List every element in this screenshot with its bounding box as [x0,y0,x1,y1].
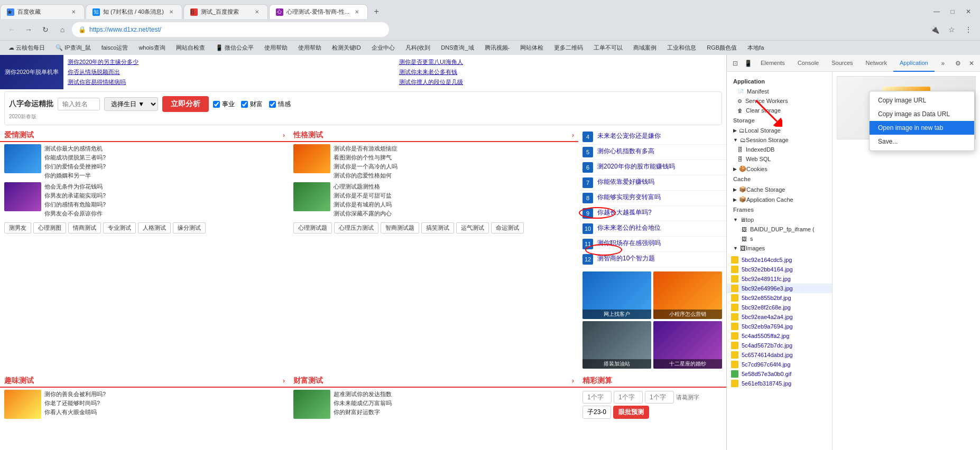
devtools-cursor-btn[interactable]: ⊡ [729,57,742,70]
interesting-link-3[interactable]: 你看人有火眼金睛吗 [44,408,285,417]
fortune-input-1[interactable] [583,391,612,404]
num-text-5[interactable]: 测你心机指数有多高 [597,147,654,156]
test-link-5[interactable]: 测试你未来老公多有钱 [399,67,722,77]
sidebar-frames-top[interactable]: ▼ 🖥 top [727,215,832,224]
test-link-1[interactable]: 测你2020年的另主缘分多少 [68,57,391,67]
devtools-tab-network[interactable]: Network [859,55,893,72]
sidebar-indexeddb[interactable]: 🗄 IndexedDB [727,145,832,154]
personality-link-7[interactable]: 测试你是有城府的人吗 [334,200,574,209]
fortune-input-2[interactable] [614,391,643,404]
sidebar-app-cache[interactable]: ▶ 📦 Application Cache [727,194,832,204]
minimize-button[interactable]: — [929,4,944,19]
num-text-11[interactable]: 测你职场存在感强弱吗 [597,239,661,248]
test-link-3[interactable]: 测试你容易得情绪病吗 [68,77,391,87]
link-boyfriend[interactable]: 测男友 [4,222,31,233]
bookmark-detect[interactable]: 检测关键ID [328,43,365,53]
file-item-10[interactable]: 5c4ad5672b7dc.jpg [727,341,832,350]
num-text-10[interactable]: 你未来老公的社会地位 [597,223,661,232]
test-link-4[interactable]: 测你是否更需八UI海角人 [399,57,722,67]
bookmark-site[interactable]: 网站自检查 [172,43,209,53]
devtools-tab-console[interactable]: Console [791,55,825,72]
birthday-select[interactable]: 选择生日 ▼ [104,97,158,111]
link-psychology-img[interactable]: 心理测图 [33,222,66,233]
love-checkbox[interactable]: 情感 [269,100,291,109]
bookmark-industry[interactable]: 工业和信息 [663,43,700,53]
tab-zhihu[interactable]: 知 知 (7封私信 / 40条消息) ✕ [86,4,182,19]
link-psychology-topic[interactable]: 心理测试题 [293,222,332,233]
interesting-link-1[interactable]: 测你的善良会被利用吗? [44,390,285,399]
devtools-tab-elements[interactable]: Elements [754,55,791,72]
devtools-settings-btn[interactable]: ⚙ [951,57,964,70]
bookmark-rgb[interactable]: RGB颜色值 [702,43,741,53]
context-menu-copy-data-url[interactable]: Copy image as Data URL [870,107,974,121]
sidebar-cache-storage[interactable]: ▶ 📦 Cache Storage [727,184,832,194]
bookmark-fanke[interactable]: 凡科(收到 [401,43,435,53]
link-pressure[interactable]: 心理压力测试 [334,222,378,233]
love-link-6[interactable]: 你男友的承诺能实现吗? [44,191,285,200]
num-text-7[interactable]: 你能依靠爱好赚钱吗 [597,177,654,186]
bookmark-dns[interactable]: DNS查询_域 [437,43,478,53]
fortune-input-3[interactable] [645,391,674,404]
context-menu-save[interactable]: Save... [870,135,974,148]
file-item-13[interactable]: 5e58d57e3a0b0.gif [727,369,832,379]
num-text-12[interactable]: 测智商的10个智力题 [597,254,655,263]
personality-link-5[interactable]: 心理测试题测性格 [334,182,574,191]
fortune-predict-btn[interactable]: 眼批预测 [613,406,649,419]
forward-button[interactable]: → [21,22,36,37]
home-button[interactable]: ⌂ [55,22,70,37]
link-luck[interactable]: 运气测试 [456,222,489,233]
tab-close-button[interactable]: ✕ [69,8,78,16]
settings-button[interactable]: ⋮ [961,22,976,37]
devtools-tab-sources[interactable]: Sources [825,55,859,72]
love-link-2[interactable]: 你能成功摆脱第三者吗? [44,153,285,162]
sidebar-manifest[interactable]: 📄 Manifest [727,87,832,96]
link-professional[interactable]: 专业测试 [103,222,136,233]
devtools-tab-application[interactable]: Application [893,55,935,72]
personality-link-8[interactable]: 测试你深藏不露的内心 [334,209,574,218]
file-item-2[interactable]: 5bc92e2bb4164.jpg [727,265,832,274]
file-item-5[interactable]: 5bc92e855b2bf.jpg [727,293,832,303]
webpage-scroll[interactable]: 测你2020年脱单机率 测你2020年的另主缘分多少 你否从情场脱颖而出 测试你… [0,55,726,450]
love-link-5[interactable]: 他会无条件为你花钱吗 [44,182,285,191]
num-text-8[interactable]: 你能够实现穷变转富吗 [597,193,661,202]
maximize-button[interactable]: □ [945,4,960,19]
sidebar-websql[interactable]: 🗄 Web SQL [727,154,832,164]
tab-close-button[interactable]: ✕ [253,8,261,16]
sidebar-local-storage[interactable]: ▶ 🗂 Local Storage [727,126,832,135]
num-text-4[interactable]: 未来老公宠你还是嫌你 [597,132,661,140]
personality-link-1[interactable]: 测试你是否有游戏烦恼症 [334,144,574,153]
context-menu-copy-url[interactable]: Copy image URL [870,93,974,107]
bookmark-shop[interactable]: 商域案例 [629,43,661,53]
sidebar-session-storage[interactable]: ▼ 🗂 Session Storage [727,135,832,145]
context-menu-open-new-tab[interactable]: Open image in new tab [870,121,974,135]
wealth-link-1[interactable]: 超准测试你的发达指数 [334,390,574,399]
love-link-4[interactable]: 你的婚姻和另一半 [44,171,285,180]
love-link-3[interactable]: 你们的爱情会受挫挫吗? [44,162,285,171]
back-button[interactable]: ← [4,22,19,37]
wealth-checkbox[interactable]: 财富 [241,100,263,109]
sidebar-images-section[interactable]: ▼ 🖼 Images [727,243,832,253]
test-link-2[interactable]: 你否从情场脱颖而出 [68,67,391,77]
wealth-link-2[interactable]: 你未来能成亿万富翁吗 [334,399,574,408]
sidebar-s-frame[interactable]: 🖼 s [727,234,832,243]
bookmark-tencent[interactable]: 腾讯视频- [480,43,514,53]
bookmark-wechat[interactable]: 📱 微信公众平 [211,43,258,53]
bookmark-ip[interactable]: 🔍 IP查询_鼠 [51,43,95,53]
sidebar-clear-storage[interactable]: 🗑 Clear storage [727,106,832,115]
link-iq[interactable]: 智商测试题 [381,222,419,233]
love-link-8[interactable]: 你男友会不会原谅你作 [44,209,285,218]
refresh-button[interactable]: ↻ [38,22,53,37]
career-checkbox[interactable]: 事业 [213,100,235,109]
file-item-11[interactable]: 5c6574614dabd.jpg [727,350,832,360]
personality-link-6[interactable]: 测试你是不是可甜可盐 [334,191,574,200]
bookmark-work[interactable]: 工单不可以 [589,43,627,53]
new-tab-button[interactable]: + [369,4,384,19]
bookmark-help2[interactable]: 使用帮助 [294,43,326,53]
file-item-4[interactable]: 5bc92e64996e3.jpg [727,284,832,293]
close-button[interactable]: ✕ [961,4,976,19]
interesting-link-2[interactable]: 你老了还能够时尚吗? [44,399,285,408]
file-item-3[interactable]: 5bc92e48911fc.jpg [727,274,832,284]
bookmark-local[interactable]: 本地fa [743,43,768,53]
wealth-link-3[interactable]: 你的财富好运数字 [334,408,574,417]
file-item-9[interactable]: 5c4ad5505ffa2.jpg [727,331,832,341]
